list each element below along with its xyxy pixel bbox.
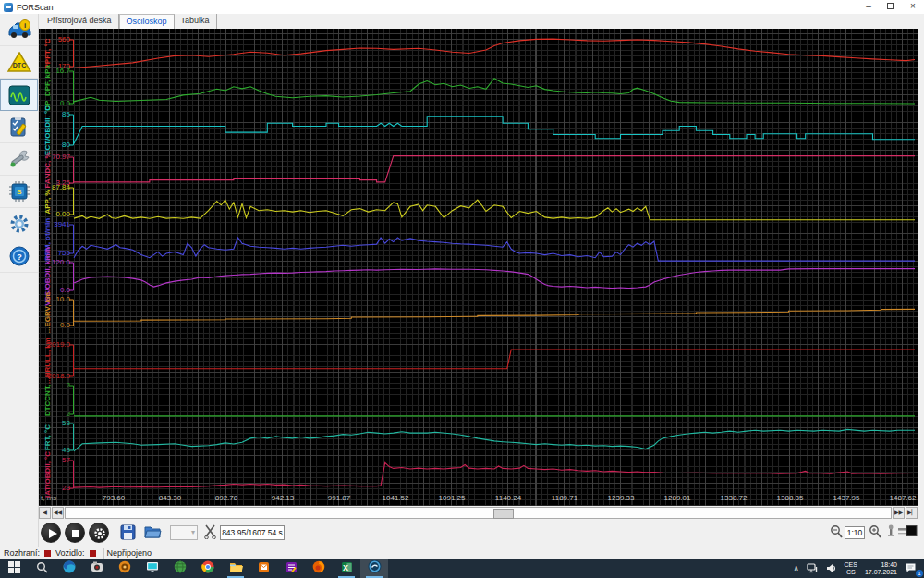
zoom-in-button[interactable] [869, 524, 881, 542]
channel-max-value: 53 [39, 419, 70, 427]
svg-text:X: X [342, 563, 347, 572]
record-settings-button[interactable] [89, 523, 109, 543]
channel-min-value: 23 [39, 484, 70, 492]
zoom-ratio-field[interactable]: 1:10 [845, 526, 865, 539]
channel-max-value: 16.7 [39, 67, 70, 75]
x-axis-tick: 892.78 [215, 494, 237, 502]
globe-app-icon [174, 560, 187, 577]
sidebar-button-dtc[interactable]: DTC [0, 46, 38, 79]
taskbar-gauge-app-button[interactable] [111, 559, 139, 578]
sidebar-button-service[interactable] [0, 143, 38, 176]
edge-icon [63, 560, 76, 577]
clock[interactable]: 18:40 17.07.2021 [861, 559, 901, 578]
time-scrollbar: ◀ ◀◀ ▶▶ ▶▏ [39, 507, 918, 520]
oscilloscope-icon [8, 85, 30, 105]
scrollbar-track[interactable] [65, 507, 892, 519]
taskbar-chrome-button[interactable] [194, 559, 222, 578]
sidebar: iDTCS? [0, 14, 39, 547]
time-position-field[interactable]: 843.95/1607.54 s [220, 525, 285, 540]
stop-button[interactable] [65, 523, 85, 543]
taskbar-search-button[interactable] [28, 559, 55, 578]
explorer-icon [229, 560, 243, 577]
gauge-app-icon [118, 560, 131, 577]
zoom-out-button[interactable] [830, 524, 843, 542]
language-indicator[interactable]: CES CS [841, 559, 861, 578]
x-axis-tick: 793.60 [103, 494, 125, 502]
status-bar: Rozhraní: Vozidlo: Nepřipojeno [0, 547, 924, 559]
open-button[interactable] [144, 524, 162, 543]
x-axis-tick: 1437.95 [833, 494, 860, 502]
stop-icon [72, 530, 79, 537]
x-axis-tick: 1338.72 [721, 494, 748, 502]
channel-max-value: 560 [39, 35, 70, 43]
minimize-button[interactable]: – [857, 0, 880, 14]
channel-max-value: 85 [39, 110, 70, 118]
taskbar-explorer-button[interactable] [222, 559, 249, 578]
close-button[interactable]: × [902, 0, 924, 14]
help-icon: ? [8, 246, 30, 266]
trim-button[interactable] [203, 524, 217, 543]
svg-text:S: S [17, 188, 22, 196]
tray-chevron-icon[interactable]: ∧ [790, 559, 803, 578]
network-icon[interactable] [803, 559, 822, 578]
speaker-icon[interactable] [822, 559, 841, 578]
sidebar-button-help[interactable]: ? [0, 240, 38, 273]
status-divider [103, 548, 104, 559]
sidebar-button-configuration[interactable]: S [0, 176, 38, 208]
configuration-icon: S [8, 181, 30, 202]
sidebar-button-tests[interactable] [0, 111, 38, 143]
channel-min-value: 2 [39, 410, 70, 418]
transport-toolbar: 843.95/1607.54 s 1:10 [39, 521, 918, 547]
background-color-button[interactable] [906, 524, 918, 541]
save-button[interactable] [120, 524, 136, 544]
office-icon [258, 560, 270, 577]
display-app-icon [146, 560, 159, 577]
format-select[interactable] [170, 525, 198, 540]
taskbar-edge-button[interactable] [55, 559, 83, 578]
scroll-right-fast-icon[interactable]: ▶▶ [893, 507, 905, 519]
taskbar-start-button[interactable] [0, 559, 28, 578]
sidebar-button-oscilloscope[interactable] [0, 79, 38, 111]
service-icon [8, 149, 30, 169]
x-axis-tick: 1091.25 [439, 494, 466, 502]
oscilloscope-traces [39, 29, 918, 506]
search-icon [36, 560, 48, 577]
x-axis-tick: 942.13 [272, 494, 294, 502]
pin-button[interactable] [885, 524, 896, 542]
scroll-right-icon[interactable]: ▶▏ [906, 507, 918, 519]
x-axis-tick: 1140.24 [495, 494, 521, 502]
tab-table[interactable]: Tabulka [175, 14, 217, 29]
tab-oscilloscope[interactable]: Osciloskop [119, 14, 175, 29]
notification-badge: 1 [916, 570, 923, 577]
taskbar-display-app-button[interactable] [139, 559, 166, 578]
maximize-button[interactable] [880, 0, 902, 14]
scrollbar-thumb[interactable] [493, 509, 514, 519]
play-icon [49, 529, 57, 538]
tests-icon [8, 117, 30, 137]
notification-icon [905, 560, 917, 577]
tab-dashboard[interactable]: Přístrojová deska [41, 14, 119, 29]
taskbar-forscan-button[interactable] [360, 559, 388, 578]
channel-max-value: 120.0 [39, 258, 70, 266]
x-axis-tick: 1487.62 [890, 494, 917, 502]
taskbar-office-button[interactable] [249, 559, 277, 578]
play-button[interactable] [41, 523, 61, 543]
channel-min-value: 0.00 [39, 210, 70, 218]
taskbar-excel-button[interactable]: X [333, 559, 360, 578]
svg-text:i: i [23, 21, 25, 30]
vehicle-label: Vozidlo: [55, 548, 85, 558]
sidebar-button-settings[interactable] [0, 208, 38, 240]
taskbar-globe-app-button[interactable] [166, 559, 194, 578]
taskbar-firefox-button[interactable] [305, 559, 333, 578]
notification-button[interactable]: 1 [901, 559, 920, 578]
sidebar-button-vehicle-info[interactable]: i [0, 14, 38, 46]
x-axis-tick: 1041.52 [383, 494, 409, 502]
taskbar-notes-app-button[interactable] [277, 559, 305, 578]
app-logo-icon [4, 3, 13, 12]
oscilloscope[interactable]: t, ms PPFT, °C560170DP_DPF, kPa16.70.0EC… [39, 29, 918, 506]
scroll-left-icon[interactable]: ◀ [39, 507, 51, 519]
settings-icon [8, 214, 30, 234]
excel-icon: X [341, 560, 353, 577]
taskbar-camera-app-button[interactable] [83, 559, 111, 578]
scroll-left-fast-icon[interactable]: ◀◀ [52, 507, 64, 519]
